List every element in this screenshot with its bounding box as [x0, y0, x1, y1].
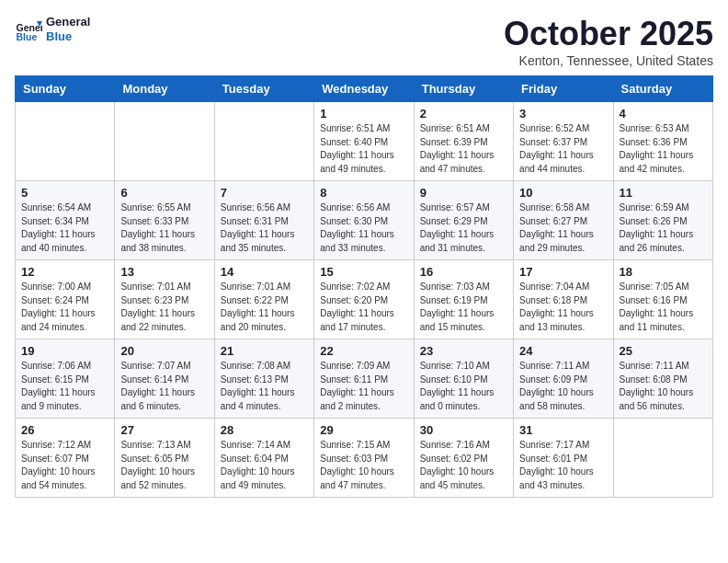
day-cell: 9Sunrise: 6:57 AM Sunset: 6:29 PM Daylig… [414, 181, 513, 260]
day-info: Sunrise: 7:06 AM Sunset: 6:15 PM Dayligh… [21, 360, 108, 413]
day-cell: 27Sunrise: 7:13 AM Sunset: 6:05 PM Dayli… [115, 419, 214, 498]
day-cell: 21Sunrise: 7:08 AM Sunset: 6:13 PM Dayli… [214, 339, 313, 419]
week-row-2: 5Sunrise: 6:54 AM Sunset: 6:34 PM Daylig… [16, 181, 713, 260]
day-cell: 29Sunrise: 7:15 AM Sunset: 6:03 PM Dayli… [314, 419, 414, 498]
day-number: 29 [320, 423, 407, 437]
day-cell: 8Sunrise: 6:56 AM Sunset: 6:30 PM Daylig… [314, 181, 414, 260]
day-cell: 18Sunrise: 7:05 AM Sunset: 6:16 PM Dayli… [613, 260, 712, 339]
col-header-monday: Monday [115, 76, 214, 102]
day-number: 28 [221, 423, 308, 437]
calendar-header-row: SundayMondayTuesdayWednesdayThursdayFrid… [16, 76, 713, 102]
day-cell: 26Sunrise: 7:12 AM Sunset: 6:07 PM Dayli… [16, 419, 115, 498]
week-row-3: 12Sunrise: 7:00 AM Sunset: 6:24 PM Dayli… [16, 260, 713, 339]
day-number: 18 [620, 265, 707, 279]
day-number: 27 [120, 423, 208, 437]
day-number: 26 [21, 423, 108, 437]
day-cell: 16Sunrise: 7:03 AM Sunset: 6:19 PM Dayli… [414, 260, 513, 339]
day-info: Sunrise: 7:10 AM Sunset: 6:10 PM Dayligh… [420, 360, 507, 413]
day-info: Sunrise: 7:11 AM Sunset: 6:09 PM Dayligh… [519, 360, 607, 413]
week-row-1: 1Sunrise: 6:51 AM Sunset: 6:40 PM Daylig… [16, 102, 713, 181]
day-info: Sunrise: 6:58 AM Sunset: 6:27 PM Dayligh… [519, 201, 607, 255]
day-info: Sunrise: 7:07 AM Sunset: 6:14 PM Dayligh… [120, 360, 208, 413]
day-info: Sunrise: 7:00 AM Sunset: 6:24 PM Dayligh… [21, 281, 108, 334]
day-number: 7 [221, 186, 308, 200]
month-title: October 2025 [504, 15, 713, 53]
day-cell: 23Sunrise: 7:10 AM Sunset: 6:10 PM Dayli… [414, 339, 513, 419]
day-number: 30 [420, 423, 507, 437]
day-cell: 10Sunrise: 6:58 AM Sunset: 6:27 PM Dayli… [514, 181, 613, 260]
day-cell: 24Sunrise: 7:11 AM Sunset: 6:09 PM Dayli… [514, 339, 613, 419]
svg-text:Blue: Blue [17, 31, 38, 42]
day-info: Sunrise: 6:56 AM Sunset: 6:30 PM Dayligh… [320, 201, 407, 255]
day-cell: 17Sunrise: 7:04 AM Sunset: 6:18 PM Dayli… [514, 260, 613, 339]
day-info: Sunrise: 7:03 AM Sunset: 6:19 PM Dayligh… [420, 281, 507, 334]
logo: General Blue General Blue [15, 15, 90, 43]
day-cell: 22Sunrise: 7:09 AM Sunset: 6:11 PM Dayli… [314, 339, 414, 419]
day-cell: 13Sunrise: 7:01 AM Sunset: 6:23 PM Dayli… [115, 260, 214, 339]
day-info: Sunrise: 6:57 AM Sunset: 6:29 PM Dayligh… [420, 201, 507, 255]
day-number: 20 [120, 344, 208, 358]
day-number: 10 [519, 186, 607, 200]
day-number: 21 [221, 344, 308, 358]
day-info: Sunrise: 6:53 AM Sunset: 6:36 PM Dayligh… [620, 122, 707, 176]
day-info: Sunrise: 7:15 AM Sunset: 6:03 PM Dayligh… [320, 439, 407, 492]
col-header-friday: Friday [514, 76, 613, 102]
day-number: 9 [420, 186, 507, 200]
day-cell: 11Sunrise: 6:59 AM Sunset: 6:26 PM Dayli… [613, 181, 712, 260]
day-cell [16, 102, 115, 181]
logo-line1: General [46, 15, 90, 29]
col-header-tuesday: Tuesday [214, 76, 313, 102]
day-number: 11 [620, 186, 707, 200]
day-number: 24 [519, 344, 607, 358]
day-info: Sunrise: 7:16 AM Sunset: 6:02 PM Dayligh… [420, 439, 507, 492]
day-info: Sunrise: 7:14 AM Sunset: 6:04 PM Dayligh… [221, 439, 308, 492]
day-info: Sunrise: 7:08 AM Sunset: 6:13 PM Dayligh… [221, 360, 308, 413]
day-cell: 4Sunrise: 6:53 AM Sunset: 6:36 PM Daylig… [613, 102, 712, 181]
day-cell [613, 419, 712, 498]
day-cell [214, 102, 313, 181]
day-info: Sunrise: 7:05 AM Sunset: 6:16 PM Dayligh… [620, 281, 707, 334]
day-number: 25 [620, 344, 707, 358]
day-cell: 5Sunrise: 6:54 AM Sunset: 6:34 PM Daylig… [16, 181, 115, 260]
day-cell: 25Sunrise: 7:11 AM Sunset: 6:08 PM Dayli… [613, 339, 712, 419]
day-cell: 31Sunrise: 7:17 AM Sunset: 6:01 PM Dayli… [514, 419, 613, 498]
day-cell: 3Sunrise: 6:52 AM Sunset: 6:37 PM Daylig… [514, 102, 613, 181]
day-info: Sunrise: 6:52 AM Sunset: 6:37 PM Dayligh… [519, 122, 607, 176]
week-row-4: 19Sunrise: 7:06 AM Sunset: 6:15 PM Dayli… [16, 339, 713, 419]
day-number: 5 [21, 186, 108, 200]
day-info: Sunrise: 6:56 AM Sunset: 6:31 PM Dayligh… [221, 201, 308, 255]
week-row-5: 26Sunrise: 7:12 AM Sunset: 6:07 PM Dayli… [16, 419, 713, 498]
col-header-thursday: Thursday [414, 76, 513, 102]
day-info: Sunrise: 7:01 AM Sunset: 6:23 PM Dayligh… [120, 281, 208, 334]
day-info: Sunrise: 7:11 AM Sunset: 6:08 PM Dayligh… [620, 360, 707, 413]
day-info: Sunrise: 6:55 AM Sunset: 6:33 PM Dayligh… [120, 201, 208, 255]
day-number: 4 [620, 107, 707, 121]
day-cell: 20Sunrise: 7:07 AM Sunset: 6:14 PM Dayli… [115, 339, 214, 419]
day-cell [115, 102, 214, 181]
day-info: Sunrise: 6:59 AM Sunset: 6:26 PM Dayligh… [620, 201, 707, 255]
day-cell: 14Sunrise: 7:01 AM Sunset: 6:22 PM Dayli… [214, 260, 313, 339]
day-cell: 7Sunrise: 6:56 AM Sunset: 6:31 PM Daylig… [214, 181, 313, 260]
day-number: 19 [21, 344, 108, 358]
day-info: Sunrise: 7:02 AM Sunset: 6:20 PM Dayligh… [320, 281, 407, 334]
day-number: 31 [519, 423, 607, 437]
day-info: Sunrise: 7:12 AM Sunset: 6:07 PM Dayligh… [21, 439, 108, 492]
day-number: 1 [320, 107, 407, 121]
day-cell: 12Sunrise: 7:00 AM Sunset: 6:24 PM Dayli… [16, 260, 115, 339]
location: Kenton, Tennessee, United States [504, 53, 713, 68]
day-number: 13 [120, 265, 208, 279]
day-info: Sunrise: 6:51 AM Sunset: 6:40 PM Dayligh… [320, 122, 407, 176]
day-info: Sunrise: 6:51 AM Sunset: 6:39 PM Dayligh… [420, 122, 507, 176]
day-number: 8 [320, 186, 407, 200]
day-cell: 30Sunrise: 7:16 AM Sunset: 6:02 PM Dayli… [414, 419, 513, 498]
day-info: Sunrise: 7:13 AM Sunset: 6:05 PM Dayligh… [120, 439, 208, 492]
col-header-saturday: Saturday [613, 76, 712, 102]
day-number: 16 [420, 265, 507, 279]
day-info: Sunrise: 7:01 AM Sunset: 6:22 PM Dayligh… [221, 281, 308, 334]
day-cell: 19Sunrise: 7:06 AM Sunset: 6:15 PM Dayli… [16, 339, 115, 419]
page-header: General Blue General Blue October 2025 K… [15, 15, 713, 68]
logo-line2: Blue [46, 29, 72, 43]
logo-icon: General Blue [15, 16, 42, 43]
day-number: 12 [21, 265, 108, 279]
day-number: 2 [420, 107, 507, 121]
